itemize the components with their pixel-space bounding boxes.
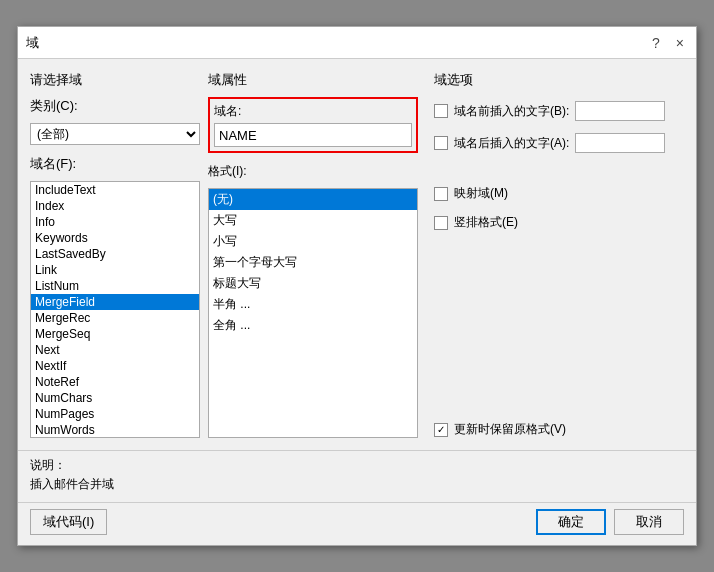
format-list-item[interactable]: 全角 ...: [209, 315, 417, 336]
option1-checkbox[interactable]: [434, 104, 448, 118]
help-button[interactable]: ?: [648, 35, 664, 51]
format-listbox[interactable]: (无)大写小写第一个字母大写标题大写半角 ...全角 ...: [208, 188, 418, 438]
title-bar: 域 ? ×: [18, 27, 696, 59]
field-list-item[interactable]: NoteRef: [31, 374, 199, 390]
option2-checkbox[interactable]: [434, 136, 448, 150]
bottom-right: 确定 取消: [536, 509, 684, 535]
field-code-button[interactable]: 域代码(I): [30, 509, 107, 535]
field-list-item[interactable]: NextIf: [31, 358, 199, 374]
field-list-item[interactable]: MergeField: [31, 294, 199, 310]
option1-row: 域名前插入的文字(B):: [434, 101, 684, 121]
description-panel: 说明： 插入邮件合并域: [18, 450, 696, 502]
ok-button[interactable]: 确定: [536, 509, 606, 535]
field-listbox[interactable]: IncludeTextIndexInfoKeywordsLastSavedByL…: [30, 181, 200, 438]
option2-input[interactable]: [575, 133, 665, 153]
field-list-item[interactable]: Info: [31, 214, 199, 230]
field-name-list-label: 域名(F):: [30, 155, 200, 173]
field-list-item[interactable]: NumWords: [31, 422, 199, 438]
format-list-item[interactable]: 大写: [209, 210, 417, 231]
middle-panel: 域属性 域名: 格式(I): (无)大写小写第一个字母大写标题大写半角 ...全…: [208, 71, 418, 438]
format-label: 格式(I):: [208, 163, 418, 180]
field-list-item[interactable]: LastSavedBy: [31, 246, 199, 262]
field-list-item[interactable]: Link: [31, 262, 199, 278]
field-list-item[interactable]: MergeSeq: [31, 326, 199, 342]
cancel-button[interactable]: 取消: [614, 509, 684, 535]
title-bar-buttons: ? ×: [648, 35, 688, 51]
option1-label: 域名前插入的文字(B):: [454, 103, 569, 120]
field-list-item[interactable]: Keywords: [31, 230, 199, 246]
field-properties-title: 域属性: [208, 71, 418, 89]
left-panel: 请选择域 类别(C): (全部) 域名(F): IncludeTextIndex…: [30, 71, 200, 438]
right-spacer: [434, 243, 684, 413]
option2-label: 域名后插入的文字(A):: [454, 135, 569, 152]
field-options-title: 域选项: [434, 71, 684, 89]
category-row: (全部): [30, 123, 200, 145]
option4-row: 竖排格式(E): [434, 214, 684, 231]
format-list-item[interactable]: 半角 ...: [209, 294, 417, 315]
option2-row: 域名后插入的文字(A):: [434, 133, 684, 153]
field-name-label: 域名:: [214, 103, 412, 120]
field-list-item[interactable]: ListNum: [31, 278, 199, 294]
right-panel: 域选项 域名前插入的文字(B): 域名后插入的文字(A): 映射域(M) 竖排格…: [426, 71, 684, 438]
format-list-item[interactable]: 小写: [209, 231, 417, 252]
select-field-label: 请选择域: [30, 71, 200, 89]
field-list-item[interactable]: Index: [31, 198, 199, 214]
preserve-label: 更新时保留原格式(V): [454, 421, 566, 438]
dialog-title: 域: [26, 34, 39, 52]
field-list-item[interactable]: Next: [31, 342, 199, 358]
option4-checkbox[interactable]: [434, 216, 448, 230]
preserve-format-row: 更新时保留原格式(V): [434, 421, 684, 438]
field-name-section: 域名:: [208, 97, 418, 153]
dialog-body: 请选择域 类别(C): (全部) 域名(F): IncludeTextIndex…: [18, 59, 696, 450]
field-list-item[interactable]: NumChars: [31, 390, 199, 406]
field-list-item[interactable]: IncludeText: [31, 182, 199, 198]
bottom-left: 域代码(I): [30, 509, 107, 535]
category-select[interactable]: (全部): [30, 123, 200, 145]
option3-checkbox[interactable]: [434, 187, 448, 201]
option3-row: 映射域(M): [434, 185, 684, 202]
category-label: 类别(C):: [30, 97, 200, 115]
option3-label: 映射域(M): [454, 185, 508, 202]
field-name-input[interactable]: [214, 123, 412, 147]
desc-title: 说明：: [30, 457, 684, 474]
option1-input[interactable]: [575, 101, 665, 121]
field-list-item[interactable]: MergeRec: [31, 310, 199, 326]
desc-text: 插入邮件合并域: [30, 476, 684, 493]
dialog: 域 ? × 请选择域 类别(C): (全部) 域名(F): IncludeTex…: [17, 26, 697, 546]
format-list-item[interactable]: 标题大写: [209, 273, 417, 294]
preserve-checkbox[interactable]: [434, 423, 448, 437]
bottom-bar: 域代码(I) 确定 取消: [18, 502, 696, 545]
format-list-item[interactable]: 第一个字母大写: [209, 252, 417, 273]
option4-label: 竖排格式(E): [454, 214, 518, 231]
field-list-item[interactable]: NumPages: [31, 406, 199, 422]
format-list-item[interactable]: (无): [209, 189, 417, 210]
close-button[interactable]: ×: [672, 35, 688, 51]
